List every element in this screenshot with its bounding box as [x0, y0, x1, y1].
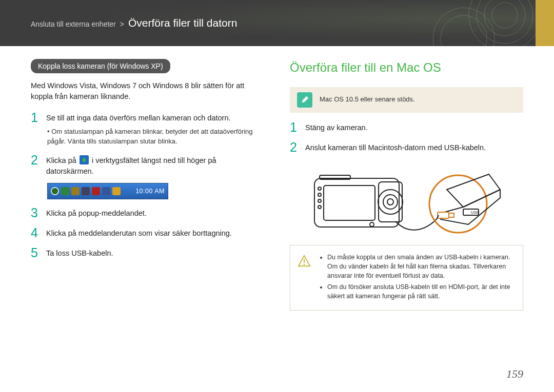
warning-box: Du måste koppla ur den smala änden av US… [290, 245, 523, 311]
taskbar-clock: 10:00 AM [135, 187, 165, 196]
content-area: Koppla loss kameran (för Windows XP) Med… [31, 59, 523, 366]
step-4: 4 Klicka på meddelanderutan som visar sä… [31, 226, 264, 239]
step-1: 1 Se till att inga data överförs mellan … [31, 111, 264, 124]
breadcrumb-separator: > [120, 20, 124, 28]
step-3: 3 Klicka på popup-meddelandet. [31, 207, 264, 219]
svg-rect-23 [449, 213, 454, 217]
svg-point-16 [318, 193, 321, 196]
svg-rect-22 [438, 212, 449, 218]
step-text: Ta loss USB-kabeln. [46, 246, 264, 259]
step-number: 2 [31, 154, 41, 167]
svg-point-4 [433, 8, 494, 46]
svg-point-17 [318, 199, 321, 202]
step-text: Se till att inga data överförs mellan ka… [46, 111, 264, 123]
svg-point-12 [383, 195, 398, 209]
warning-list: Du måste koppla ur den smala änden av US… [320, 253, 515, 303]
step-number: 1 [290, 121, 300, 134]
safely-remove-icon [80, 155, 89, 164]
start-icon [51, 187, 59, 195]
svg-point-13 [387, 199, 393, 205]
svg-point-15 [318, 187, 321, 190]
step-text-a: Klicka på [46, 156, 78, 164]
step-number: 4 [31, 226, 41, 239]
step-sub-bullet: Om statuslampan på kameran blinkar, bety… [47, 127, 264, 147]
warning-item: Du måste koppla ur den smala änden av US… [327, 253, 515, 280]
svg-point-25 [304, 264, 305, 265]
header-decoration [402, 0, 536, 46]
breadcrumb-prefix: Ansluta till externa enheter [31, 20, 116, 28]
step-1: 1 Stäng av kameran. [290, 121, 523, 134]
page-number: 159 [506, 367, 523, 381]
svg-rect-9 [324, 185, 375, 220]
svg-point-18 [318, 205, 321, 209]
step-text: Klicka på i verktygsfältet längst ned ti… [46, 154, 264, 177]
step-number: 2 [290, 141, 300, 154]
svg-point-3 [492, 3, 518, 28]
column-left: Koppla loss kameran (för Windows XP) Med… [31, 59, 264, 366]
note-box: Mac OS 10.5 eller senare stöds. [290, 87, 523, 113]
warning-item: Om du försöker ansluta USB-kabeln till e… [327, 282, 515, 301]
tray-icon [102, 187, 110, 195]
step-text: Stäng av kameran. [305, 121, 523, 133]
step-2: 2 Klicka på i verktygsfältet längst ned … [31, 154, 264, 177]
svg-point-7 [51, 188, 58, 195]
section-title: Överföra filer till en Mac OS [290, 59, 523, 77]
svg-point-19 [370, 222, 374, 226]
manual-page: Ansluta till externa enheter > Överföra … [0, 0, 554, 392]
section-pill: Koppla loss kameran (för Windows XP) [31, 59, 170, 73]
svg-point-0 [469, 0, 536, 46]
step-number: 1 [31, 111, 41, 124]
step-number: 3 [31, 207, 41, 219]
accent-strip [536, 0, 554, 46]
tray-icon [71, 187, 80, 195]
taskbar-illustration: 10:00 AM [47, 183, 168, 199]
camera-to-laptop-illustration: USB [309, 164, 504, 236]
step-text: Anslut kameran till Macintosh-datorn med… [305, 141, 523, 153]
svg-point-2 [484, 0, 525, 36]
svg-point-20 [429, 175, 487, 233]
caution-icon [296, 253, 312, 303]
breadcrumb: Ansluta till externa enheter > Överföra … [0, 17, 237, 29]
usb-label: USB [471, 210, 479, 215]
tray-icon [61, 187, 69, 195]
step-number: 5 [31, 246, 41, 259]
note-text: Mac OS 10.5 eller senare stöds. [320, 95, 415, 105]
step-5: 5 Ta loss USB-kabeln. [31, 246, 264, 259]
column-right: Överföra filer till en Mac OS Mac OS 10.… [290, 59, 523, 366]
breadcrumb-title: Överföra filer till datorn [128, 17, 237, 29]
step-text: Klicka på meddelanderutan som visar säke… [46, 226, 264, 239]
header-bar: Ansluta till externa enheter > Överföra … [0, 0, 554, 46]
pen-icon [297, 92, 312, 108]
tray-icon [82, 187, 90, 195]
step-2: 2 Anslut kameran till Macintosh-datorn m… [290, 141, 523, 154]
tray-icon [112, 187, 121, 195]
tray-icon [92, 187, 100, 195]
step-text: Klicka på popup-meddelandet. [46, 207, 264, 219]
intro-text: Med Windows Vista, Windows 7 och Windows… [31, 80, 264, 102]
